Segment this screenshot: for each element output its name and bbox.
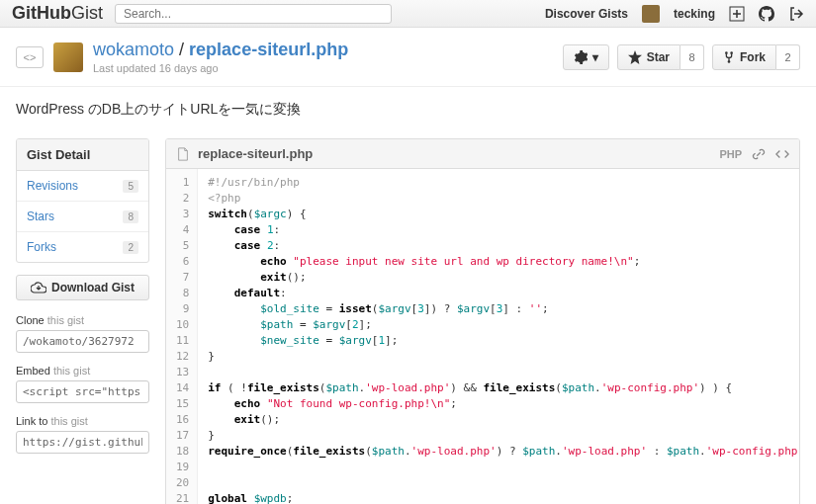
fork-count[interactable]: 2 (776, 44, 800, 70)
code-line: if ( !file_exists($path.'wp-load.php') &… (208, 380, 789, 396)
updated-text: Last updated 16 days ago (93, 62, 348, 74)
code-line: case 2: (208, 238, 789, 254)
code-line: global $wpdb; (208, 491, 789, 504)
code-line: #!/usr/bin/php (208, 175, 789, 191)
code-line: echo "Not found wp-config.php!\n"; (208, 396, 789, 412)
code-line: $path = $argv[2]; (208, 317, 789, 333)
discover-link[interactable]: Discover Gists (545, 7, 628, 21)
author-avatar[interactable] (53, 42, 83, 72)
embed-icon[interactable] (775, 147, 789, 161)
svg-point-2 (730, 51, 733, 54)
detail-panel: Gist Detail Revisions5Stars8Forks2 (16, 138, 149, 263)
logout-icon[interactable] (788, 6, 804, 22)
file-panel: replace-siteurl.php PHP 1234567891011121… (165, 138, 800, 504)
code-line (208, 460, 789, 475)
code-icon: <> (16, 46, 44, 68)
sidebar-item-stars[interactable]: Stars8 (17, 202, 148, 232)
code-area: 123456789101112131415161718192021222324 … (166, 169, 799, 504)
gist-description: WordPress のDB上のサイトURLを一気に変換 (0, 87, 816, 138)
svg-point-3 (728, 60, 731, 63)
gist-title: wokamoto / replace-siteurl.php (93, 40, 348, 60)
sidebar-item-revisions[interactable]: Revisions5 (17, 171, 148, 202)
sidebar: Gist Detail Revisions5Stars8Forks2 Downl… (16, 138, 149, 504)
avatar[interactable] (642, 5, 660, 23)
code-lines[interactable]: #!/usr/bin/php<?phpswitch($argc) { case … (198, 169, 799, 504)
permalink-icon[interactable] (752, 147, 766, 161)
topbar: GitHubGist Discover Gists tecking (0, 0, 816, 28)
cloud-download-icon (31, 282, 46, 294)
star-count[interactable]: 8 (680, 44, 704, 70)
search-container (115, 4, 545, 24)
file-header: replace-siteurl.php PHP (166, 139, 799, 169)
github-icon[interactable] (759, 6, 774, 22)
code-line: switch($argc) { (208, 207, 789, 222)
code-line: default: (208, 286, 789, 301)
star-icon (628, 50, 642, 64)
logo[interactable]: GitHubGist (12, 3, 103, 24)
star-button[interactable]: Star (617, 44, 680, 70)
top-nav: Discover Gists tecking (545, 5, 804, 23)
main-content: Gist Detail Revisions5Stars8Forks2 Downl… (0, 138, 816, 504)
detail-panel-header: Gist Detail (17, 139, 148, 171)
code-line (208, 475, 789, 491)
gear-icon (574, 50, 588, 64)
author-link[interactable]: wokamoto (93, 40, 174, 59)
line-numbers: 123456789101112131415161718192021222324 (166, 169, 198, 504)
link-label: Link to this gist (16, 415, 149, 427)
file-lang: PHP (719, 148, 742, 160)
code-line (208, 365, 789, 380)
gist-name-link[interactable]: replace-siteurl.php (189, 40, 348, 59)
file-name[interactable]: replace-siteurl.php (198, 146, 719, 161)
clone-input[interactable] (16, 330, 149, 353)
code-line: } (208, 428, 789, 444)
settings-button[interactable]: ▾ (563, 44, 609, 70)
clone-label: Clone this gist (16, 314, 149, 326)
sidebar-item-forks[interactable]: Forks2 (17, 232, 148, 262)
search-input[interactable] (115, 4, 392, 24)
download-button[interactable]: Download Gist (16, 275, 149, 300)
code-line: } (208, 349, 789, 365)
plus-icon[interactable] (729, 6, 745, 22)
code-line: $new_site = $argv[1]; (208, 333, 789, 349)
gist-header: <> wokamoto / replace-siteurl.php Last u… (0, 28, 816, 87)
link-input[interactable] (16, 431, 149, 454)
file-icon (176, 147, 190, 161)
embed-input[interactable] (16, 380, 149, 403)
fork-button[interactable]: Fork (712, 44, 776, 70)
code-line: exit(); (208, 270, 789, 286)
code-line: require_once(file_exists($path.'wp-load.… (208, 444, 789, 460)
fork-icon (723, 50, 735, 64)
code-line: $old_site = isset($argv[3]) ? $argv[3] :… (208, 301, 789, 317)
code-line: exit(); (208, 412, 789, 428)
code-line: echo "please input new site url and wp d… (208, 254, 789, 270)
code-line: <?php (208, 191, 789, 207)
username-link[interactable]: tecking (674, 7, 715, 21)
embed-label: Embed this gist (16, 365, 149, 377)
svg-point-1 (725, 51, 728, 54)
code-line: case 1: (208, 222, 789, 238)
